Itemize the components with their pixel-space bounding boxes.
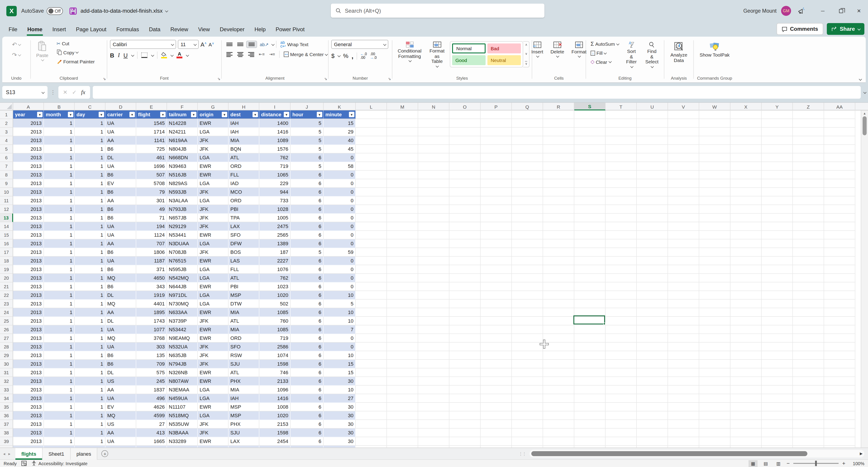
save-icon[interactable] xyxy=(69,7,77,15)
fill-handle[interactable] xyxy=(603,323,606,325)
cell[interactable]: 1 xyxy=(75,214,105,222)
cell[interactable] xyxy=(480,119,512,128)
filter-button[interactable]: ▼ xyxy=(37,112,42,117)
row-header-34[interactable]: 34 xyxy=(0,394,13,403)
cell[interactable]: EWR xyxy=(198,437,228,446)
cell[interactable] xyxy=(387,222,418,231)
cell[interactable] xyxy=(512,377,543,385)
cell[interactable] xyxy=(762,153,793,162)
cell[interactable] xyxy=(793,214,824,222)
cell[interactable]: 6 xyxy=(290,411,323,420)
cell[interactable]: EV xyxy=(105,403,136,411)
horizontal-scrollbar[interactable]: ▶ xyxy=(529,450,864,458)
cell[interactable] xyxy=(543,162,574,170)
cell[interactable] xyxy=(387,411,418,420)
cell[interactable] xyxy=(606,231,637,239)
cell[interactable]: 1 xyxy=(44,437,75,446)
fill-button[interactable]: ↓Fill xyxy=(589,49,620,57)
cell[interactable]: 0 xyxy=(323,343,356,351)
cell[interactable] xyxy=(44,446,75,447)
cell[interactable]: 1 xyxy=(75,231,105,239)
cell[interactable] xyxy=(668,385,699,394)
fill-color-button[interactable] xyxy=(161,52,167,59)
cell[interactable] xyxy=(418,343,450,351)
cell[interactable] xyxy=(637,368,668,377)
cell[interactable]: 1 xyxy=(75,188,105,196)
cell[interactable]: N804JB xyxy=(167,145,198,153)
cell[interactable]: 2565 xyxy=(259,231,290,239)
column-header-V[interactable]: V xyxy=(668,103,699,111)
cell[interactable] xyxy=(356,214,387,222)
cell[interactable] xyxy=(668,136,699,145)
cell[interactable] xyxy=(824,239,855,248)
cell[interactable] xyxy=(699,403,731,411)
cell[interactable]: JFK xyxy=(198,248,228,256)
cell[interactable] xyxy=(450,360,480,368)
cell[interactable] xyxy=(418,214,450,222)
cell[interactable] xyxy=(512,317,543,325)
cell[interactable]: 10 xyxy=(323,385,356,394)
cell[interactable] xyxy=(512,128,543,136)
cell[interactable] xyxy=(543,128,574,136)
filter-button[interactable]: ▼ xyxy=(191,112,196,117)
cell[interactable] xyxy=(356,188,387,196)
cell[interactable] xyxy=(418,368,450,377)
table-header-cell-year[interactable]: year▼ xyxy=(13,111,44,119)
cell[interactable]: N24211 xyxy=(167,128,198,136)
cell[interactable] xyxy=(543,265,574,274)
cell[interactable]: 1 xyxy=(75,136,105,145)
cell[interactable]: 1 xyxy=(75,368,105,377)
cell[interactable]: 1 xyxy=(44,214,75,222)
cell[interactable]: 1 xyxy=(44,205,75,214)
cell[interactable] xyxy=(699,437,731,446)
cell[interactable]: 2013 xyxy=(13,437,44,446)
cell[interactable]: 2013 xyxy=(13,256,44,265)
cell[interactable] xyxy=(13,446,44,447)
cell[interactable]: N33289 xyxy=(167,437,198,446)
cell[interactable] xyxy=(699,145,731,153)
cell[interactable]: 6 xyxy=(290,360,323,368)
cell[interactable]: JFK xyxy=(198,317,228,325)
tab-file[interactable]: File xyxy=(4,22,22,37)
cell[interactable] xyxy=(762,334,793,343)
cell[interactable] xyxy=(387,446,418,447)
cell[interactable] xyxy=(356,429,387,437)
row-header-8[interactable]: 8 xyxy=(0,170,13,179)
cell[interactable]: 1416 xyxy=(259,128,290,136)
cell[interactable] xyxy=(450,111,480,119)
cell[interactable] xyxy=(668,111,699,119)
cell[interactable] xyxy=(543,446,574,447)
cell[interactable]: N593JB xyxy=(167,188,198,196)
cell[interactable] xyxy=(450,119,480,128)
cell[interactable] xyxy=(356,231,387,239)
percent-style-button[interactable]: % xyxy=(343,53,348,59)
cell[interactable]: 6 xyxy=(290,308,323,317)
cell[interactable] xyxy=(824,214,855,222)
cell[interactable] xyxy=(450,265,480,274)
cell[interactable]: UA xyxy=(105,256,136,265)
cell[interactable]: 1187 xyxy=(136,256,167,265)
cell[interactable]: N635JB xyxy=(167,351,198,360)
cell[interactable]: 1008 xyxy=(259,403,290,411)
cell[interactable] xyxy=(450,170,480,179)
delete-cells-button[interactable]: ✕ Delete xyxy=(548,40,567,59)
cell[interactable]: LGA xyxy=(198,196,228,205)
cell[interactable]: B6 xyxy=(105,170,136,179)
cell[interactable] xyxy=(793,256,824,265)
row-header-28[interactable]: 28 xyxy=(0,343,13,351)
cell[interactable]: 30 xyxy=(323,420,356,429)
cell[interactable] xyxy=(418,385,450,394)
font-name-select[interactable]: Calibri xyxy=(110,40,176,49)
cell[interactable] xyxy=(450,291,480,300)
cell[interactable] xyxy=(699,153,731,162)
cell[interactable] xyxy=(606,446,637,447)
cell[interactable]: 2013 xyxy=(13,179,44,188)
cell[interactable] xyxy=(418,446,450,447)
cell[interactable] xyxy=(574,343,606,351)
tab-split-handle[interactable]: ⋮⋮ xyxy=(519,452,526,456)
cell[interactable] xyxy=(356,446,387,447)
cell[interactable] xyxy=(574,119,606,128)
cell[interactable]: MSP xyxy=(228,291,259,300)
cell[interactable] xyxy=(793,429,824,437)
cell[interactable] xyxy=(450,239,480,248)
